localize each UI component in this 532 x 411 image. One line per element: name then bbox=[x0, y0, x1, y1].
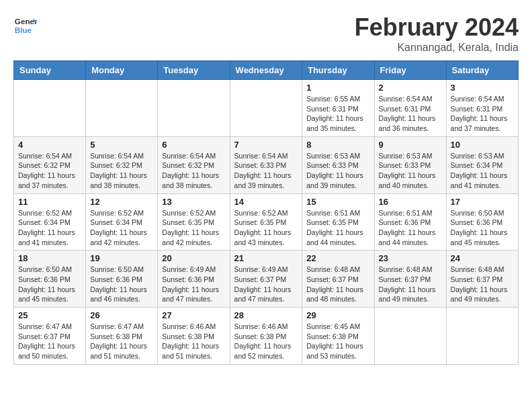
day-cell: 14Sunrise: 6:52 AMSunset: 6:35 PMDayligh… bbox=[230, 193, 302, 250]
day-info: Sunrise: 6:48 AMSunset: 6:37 PMDaylight:… bbox=[379, 265, 442, 304]
day-number: 22 bbox=[306, 253, 369, 263]
day-info: Sunrise: 6:46 AMSunset: 6:38 PMDaylight:… bbox=[234, 322, 298, 361]
day-cell: 10Sunrise: 6:53 AMSunset: 6:34 PMDayligh… bbox=[446, 136, 518, 193]
day-cell: 1Sunrise: 6:55 AMSunset: 6:31 PMDaylight… bbox=[302, 80, 374, 137]
day-cell: 16Sunrise: 6:51 AMSunset: 6:36 PMDayligh… bbox=[374, 193, 446, 250]
day-number: 12 bbox=[90, 197, 153, 207]
day-number: 9 bbox=[379, 140, 442, 150]
day-info: Sunrise: 6:52 AMSunset: 6:35 PMDaylight:… bbox=[162, 208, 225, 248]
logo: General Blue bbox=[13, 13, 38, 38]
day-number: 23 bbox=[379, 253, 442, 263]
day-cell: 13Sunrise: 6:52 AMSunset: 6:35 PMDayligh… bbox=[158, 193, 230, 250]
location-title: Kannangad, Kerala, India bbox=[355, 42, 519, 54]
day-info: Sunrise: 6:48 AMSunset: 6:37 PMDaylight:… bbox=[306, 265, 369, 304]
day-number: 14 bbox=[234, 197, 298, 207]
day-cell: 27Sunrise: 6:46 AMSunset: 6:38 PMDayligh… bbox=[158, 308, 230, 365]
day-info: Sunrise: 6:50 AMSunset: 6:36 PMDaylight:… bbox=[18, 265, 81, 304]
day-cell: 21Sunrise: 6:49 AMSunset: 6:37 PMDayligh… bbox=[230, 250, 302, 308]
day-info: Sunrise: 6:54 AMSunset: 6:32 PMDaylight:… bbox=[162, 151, 225, 191]
day-cell: 9Sunrise: 6:53 AMSunset: 6:33 PMDaylight… bbox=[374, 136, 446, 193]
day-info: Sunrise: 6:48 AMSunset: 6:37 PMDaylight:… bbox=[451, 265, 514, 304]
day-info: Sunrise: 6:54 AMSunset: 6:31 PMDaylight:… bbox=[451, 94, 514, 134]
day-number: 20 bbox=[162, 253, 225, 263]
day-cell: 6Sunrise: 6:54 AMSunset: 6:32 PMDaylight… bbox=[158, 136, 230, 193]
day-number: 24 bbox=[451, 253, 514, 263]
day-number: 26 bbox=[90, 310, 153, 320]
day-cell: 19Sunrise: 6:50 AMSunset: 6:36 PMDayligh… bbox=[86, 250, 158, 308]
day-info: Sunrise: 6:49 AMSunset: 6:36 PMDaylight:… bbox=[162, 265, 225, 304]
day-info: Sunrise: 6:53 AMSunset: 6:33 PMDaylight:… bbox=[379, 151, 442, 191]
day-info: Sunrise: 6:47 AMSunset: 6:38 PMDaylight:… bbox=[90, 322, 153, 361]
weekday-monday: Monday bbox=[86, 61, 158, 80]
day-cell bbox=[230, 80, 302, 137]
day-cell: 18Sunrise: 6:50 AMSunset: 6:36 PMDayligh… bbox=[14, 250, 86, 308]
day-info: Sunrise: 6:54 AMSunset: 6:32 PMDaylight:… bbox=[18, 151, 81, 191]
day-info: Sunrise: 6:53 AMSunset: 6:34 PMDaylight:… bbox=[451, 151, 514, 191]
day-cell: 17Sunrise: 6:50 AMSunset: 6:36 PMDayligh… bbox=[446, 193, 518, 250]
weekday-saturday: Saturday bbox=[446, 61, 518, 80]
day-info: Sunrise: 6:52 AMSunset: 6:34 PMDaylight:… bbox=[18, 208, 81, 248]
day-number: 15 bbox=[306, 197, 369, 207]
day-number: 19 bbox=[90, 253, 153, 263]
day-cell bbox=[14, 80, 86, 137]
weekday-header: SundayMondayTuesdayWednesdayThursdayFrid… bbox=[14, 61, 519, 80]
day-info: Sunrise: 6:51 AMSunset: 6:35 PMDaylight:… bbox=[306, 208, 369, 248]
day-info: Sunrise: 6:47 AMSunset: 6:37 PMDaylight:… bbox=[18, 322, 81, 361]
day-number: 16 bbox=[379, 197, 442, 207]
calendar-body: 1Sunrise: 6:55 AMSunset: 6:31 PMDaylight… bbox=[14, 80, 519, 365]
day-number: 7 bbox=[234, 140, 298, 150]
day-number: 25 bbox=[18, 310, 81, 320]
day-number: 3 bbox=[451, 83, 514, 93]
day-cell: 8Sunrise: 6:53 AMSunset: 6:33 PMDaylight… bbox=[302, 136, 374, 193]
day-cell: 28Sunrise: 6:46 AMSunset: 6:38 PMDayligh… bbox=[230, 308, 302, 365]
day-number: 17 bbox=[451, 197, 514, 207]
day-cell: 7Sunrise: 6:54 AMSunset: 6:33 PMDaylight… bbox=[230, 136, 302, 193]
month-title: February 2024 bbox=[355, 13, 519, 42]
day-cell: 11Sunrise: 6:52 AMSunset: 6:34 PMDayligh… bbox=[14, 193, 86, 250]
day-number: 18 bbox=[18, 253, 81, 263]
day-info: Sunrise: 6:51 AMSunset: 6:36 PMDaylight:… bbox=[379, 208, 442, 248]
logo-icon: General Blue bbox=[13, 13, 38, 38]
week-row-4: 18Sunrise: 6:50 AMSunset: 6:36 PMDayligh… bbox=[14, 250, 519, 308]
day-info: Sunrise: 6:54 AMSunset: 6:32 PMDaylight:… bbox=[90, 151, 153, 191]
svg-text:Blue: Blue bbox=[15, 26, 32, 34]
day-cell: 15Sunrise: 6:51 AMSunset: 6:35 PMDayligh… bbox=[302, 193, 374, 250]
day-cell: 4Sunrise: 6:54 AMSunset: 6:32 PMDaylight… bbox=[14, 136, 86, 193]
day-cell: 20Sunrise: 6:49 AMSunset: 6:36 PMDayligh… bbox=[158, 250, 230, 308]
day-number: 11 bbox=[18, 197, 81, 207]
day-cell: 23Sunrise: 6:48 AMSunset: 6:37 PMDayligh… bbox=[374, 250, 446, 308]
day-number: 29 bbox=[306, 310, 369, 320]
weekday-sunday: Sunday bbox=[14, 61, 86, 80]
day-cell: 12Sunrise: 6:52 AMSunset: 6:34 PMDayligh… bbox=[86, 193, 158, 250]
day-cell: 2Sunrise: 6:54 AMSunset: 6:31 PMDaylight… bbox=[374, 80, 446, 137]
day-info: Sunrise: 6:52 AMSunset: 6:35 PMDaylight:… bbox=[234, 208, 298, 248]
day-number: 13 bbox=[162, 197, 225, 207]
day-info: Sunrise: 6:50 AMSunset: 6:36 PMDaylight:… bbox=[451, 208, 514, 248]
week-row-5: 25Sunrise: 6:47 AMSunset: 6:37 PMDayligh… bbox=[14, 308, 519, 365]
week-row-1: 1Sunrise: 6:55 AMSunset: 6:31 PMDaylight… bbox=[14, 80, 519, 137]
day-number: 1 bbox=[306, 83, 369, 93]
day-cell: 24Sunrise: 6:48 AMSunset: 6:37 PMDayligh… bbox=[446, 250, 518, 308]
day-info: Sunrise: 6:55 AMSunset: 6:31 PMDaylight:… bbox=[306, 94, 369, 134]
day-info: Sunrise: 6:45 AMSunset: 6:38 PMDaylight:… bbox=[306, 322, 369, 361]
weekday-wednesday: Wednesday bbox=[230, 61, 302, 80]
day-number: 28 bbox=[234, 310, 298, 320]
day-info: Sunrise: 6:46 AMSunset: 6:38 PMDaylight:… bbox=[162, 322, 225, 361]
day-cell: 3Sunrise: 6:54 AMSunset: 6:31 PMDaylight… bbox=[446, 80, 518, 137]
header: General Blue February 2024 Kannangad, Ke… bbox=[13, 13, 519, 54]
day-info: Sunrise: 6:54 AMSunset: 6:31 PMDaylight:… bbox=[379, 94, 442, 134]
week-row-3: 11Sunrise: 6:52 AMSunset: 6:34 PMDayligh… bbox=[14, 193, 519, 250]
day-number: 2 bbox=[379, 83, 442, 93]
day-number: 5 bbox=[90, 140, 153, 150]
day-number: 10 bbox=[451, 140, 514, 150]
day-info: Sunrise: 6:53 AMSunset: 6:33 PMDaylight:… bbox=[306, 151, 369, 191]
day-cell: 5Sunrise: 6:54 AMSunset: 6:32 PMDaylight… bbox=[86, 136, 158, 193]
day-cell: 26Sunrise: 6:47 AMSunset: 6:38 PMDayligh… bbox=[86, 308, 158, 365]
day-cell bbox=[86, 80, 158, 137]
title-area: February 2024 Kannangad, Kerala, India bbox=[355, 13, 519, 54]
day-number: 6 bbox=[162, 140, 225, 150]
day-number: 4 bbox=[18, 140, 81, 150]
day-cell: 25Sunrise: 6:47 AMSunset: 6:37 PMDayligh… bbox=[14, 308, 86, 365]
day-info: Sunrise: 6:52 AMSunset: 6:34 PMDaylight:… bbox=[90, 208, 153, 248]
weekday-tuesday: Tuesday bbox=[158, 61, 230, 80]
